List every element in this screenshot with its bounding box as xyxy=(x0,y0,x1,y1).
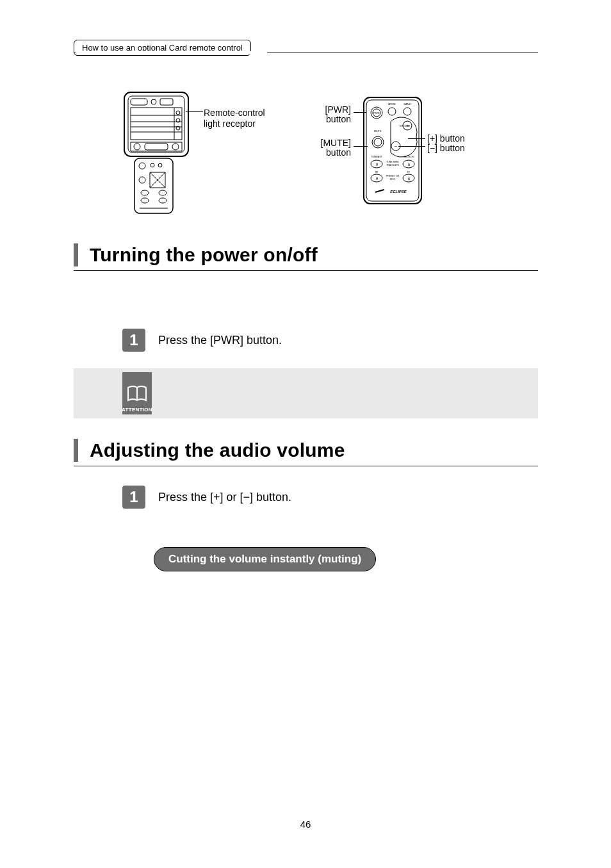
receptor-label-line2: light receptor xyxy=(204,119,265,129)
plus-l1: [+] button xyxy=(427,134,465,143)
section-heading: Turning the power on/off xyxy=(74,243,538,266)
row2-text: RF xyxy=(375,171,379,174)
callout-line xyxy=(186,111,203,112)
pwr-l2: button xyxy=(306,115,351,124)
row1-text: TUNE SEEK xyxy=(386,161,400,163)
mute-button-label: [MUTE] button xyxy=(306,138,351,158)
mute-l1: [MUTE] xyxy=(306,138,351,148)
book-icon xyxy=(127,385,147,403)
callout-line xyxy=(398,146,425,147)
section-rule xyxy=(74,270,538,271)
svg-point-41 xyxy=(374,138,382,146)
section-bar-icon xyxy=(74,243,78,266)
svg-point-28 xyxy=(159,198,167,203)
row3b-text: DISC xyxy=(390,178,396,181)
svg-rect-4 xyxy=(160,99,173,105)
mute-l2: button xyxy=(306,148,351,158)
svg-point-19 xyxy=(139,163,145,169)
svg-text:∨: ∨ xyxy=(375,162,379,167)
tab-mask xyxy=(76,51,267,54)
remote-small-illustration xyxy=(133,157,174,215)
step-text: Press the [PWR] button. xyxy=(158,329,282,352)
pwr-button-label: [PWR] button xyxy=(306,105,351,125)
svg-point-21 xyxy=(158,163,162,167)
page-number: 46 xyxy=(0,819,611,830)
section-power: Turning the power on/off 1 Press the [PW… xyxy=(74,243,538,352)
callout-line xyxy=(408,138,425,139)
step-number-badge: 1 xyxy=(122,329,145,352)
svg-rect-17 xyxy=(145,143,168,150)
step-number-badge: 1 xyxy=(122,486,145,509)
attention-box: ATTENTION xyxy=(74,368,538,418)
plus-l2: [−] button xyxy=(427,143,465,153)
svg-point-27 xyxy=(141,198,149,203)
svg-text:−: − xyxy=(395,143,398,149)
section-heading: Adjusting the audio volume xyxy=(74,439,538,462)
section-volume: Adjusting the audio volume 1 Press the [… xyxy=(74,439,538,509)
row2b-text: FF xyxy=(407,171,410,174)
receptor-label: Remote-control light receptor xyxy=(204,108,265,129)
receptor-label-line1: Remote-control xyxy=(204,108,265,119)
band-text: BAND xyxy=(403,102,411,106)
svg-text:∧: ∧ xyxy=(407,162,411,167)
section-rule xyxy=(74,466,538,466)
svg-rect-1 xyxy=(128,96,184,152)
step-row: 1 Press the [+] or [−] button. xyxy=(74,486,538,509)
section-bar-icon xyxy=(74,439,78,462)
mode-text: MODE xyxy=(388,102,396,106)
brand-text: ECLIPSE xyxy=(390,190,407,193)
section-title: Turning the power on/off xyxy=(90,244,318,266)
tune-text: TUNE/AST xyxy=(371,156,382,158)
section-title: Adjusting the audio volume xyxy=(90,439,345,461)
svg-point-34 xyxy=(388,108,396,115)
svg-point-35 xyxy=(403,108,411,115)
remote-large-illustration: PWR MODE BAND MUTE VOLUME + − TUNE/AST S… xyxy=(363,96,423,205)
svg-point-25 xyxy=(141,190,149,195)
step-text: Press the [+] or [−] button. xyxy=(158,486,291,509)
svg-text:+: + xyxy=(406,123,409,129)
svg-text:∨: ∨ xyxy=(375,176,379,181)
attention-label: ATTENTION xyxy=(122,407,152,413)
svg-point-3 xyxy=(151,99,156,104)
mute-text: MUTE xyxy=(374,129,382,133)
page: How to use an optional Card remote contr… xyxy=(0,0,611,868)
svg-point-26 xyxy=(159,190,167,195)
svg-point-16 xyxy=(172,143,179,150)
seek-text: SEL/SCH xyxy=(404,156,414,158)
step-row: 1 Press the [PWR] button. xyxy=(74,329,538,352)
plusminus-label: [+] button [−] button xyxy=(427,134,465,154)
svg-rect-30 xyxy=(364,97,421,204)
svg-point-11 xyxy=(176,111,180,115)
head-unit-illustration xyxy=(122,90,191,159)
subsection-pill: Cutting the volume instantly (muting) xyxy=(154,547,376,571)
attention-icon: ATTENTION xyxy=(122,372,152,414)
svg-point-15 xyxy=(134,143,140,150)
row1b-text: TRACK APS xyxy=(386,164,399,167)
pwr-text: PWR xyxy=(373,111,379,115)
pwr-l1: [PWR] xyxy=(306,105,351,115)
svg-point-22 xyxy=(139,177,145,183)
row3-text: PRESET CH xyxy=(386,175,399,177)
svg-point-20 xyxy=(151,163,154,167)
svg-line-50 xyxy=(375,190,384,192)
diagram-area: Remote-control light receptor [PWR] butt… xyxy=(122,90,538,224)
svg-text:∧: ∧ xyxy=(407,176,411,181)
svg-rect-2 xyxy=(131,99,147,105)
